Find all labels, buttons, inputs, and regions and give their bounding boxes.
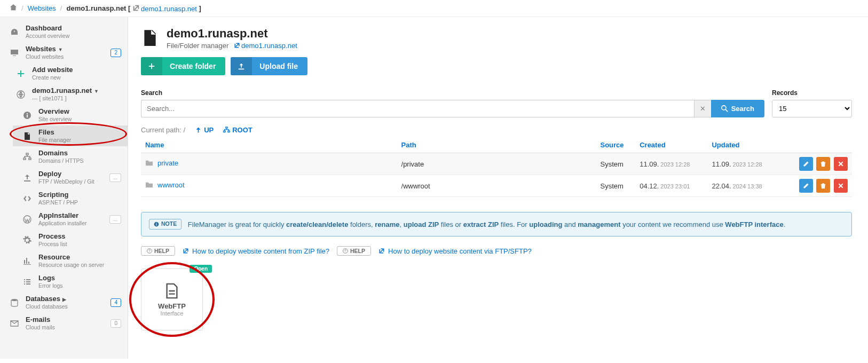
upload-icon (231, 57, 252, 75)
sidebar-item-label: Process (38, 233, 121, 241)
breadcrumb-host-prefix: demo1.runasp.net [ (66, 4, 130, 12)
help-icon (343, 248, 348, 254)
edit-button[interactable] (799, 179, 813, 193)
dashboard-icon (9, 27, 20, 36)
col-created[interactable]: Created (635, 137, 707, 153)
breadcrumb-host-suffix: ] (199, 4, 201, 12)
sidebar-item-logs[interactable]: LogsError logs (13, 271, 128, 292)
code-icon (21, 194, 33, 203)
col-path[interactable]: Path (397, 137, 596, 153)
x-icon (838, 161, 844, 167)
breadcrumb-home[interactable] (10, 4, 17, 13)
records-label: Records (772, 89, 852, 97)
help-link-ftp[interactable]: How to deploy website content via FTP/SF… (378, 247, 532, 255)
remove-button[interactable] (834, 179, 848, 193)
info-icon (154, 222, 159, 227)
caret-right-icon: ▶ (62, 297, 66, 302)
sidebar-item-label: demo1.runasp.net (32, 86, 92, 94)
sidebar-item-label: Databases (26, 295, 60, 303)
delete-button[interactable] (816, 179, 830, 193)
sidebar-item-label: E-mails (26, 316, 111, 324)
sitemap-icon (21, 152, 33, 161)
records-select[interactable]: 15 (772, 100, 852, 117)
chart-icon (21, 256, 33, 265)
sidebar-item-appinstaller[interactable]: AppInstallerApplication installer ... (13, 209, 128, 230)
edit-button[interactable] (799, 157, 813, 171)
upload-file-button[interactable]: Upload file (231, 57, 307, 75)
sidebar-item-add-website[interactable]: Add websiteCreate new (6, 63, 128, 84)
screen-icon (9, 48, 20, 57)
cell-created: 04.12.2023 23:01 (635, 175, 707, 197)
page-site-link[interactable]: demo1.runasp.net (234, 42, 297, 50)
external-link-icon (234, 42, 240, 49)
folder-link[interactable]: private (145, 159, 178, 167)
note-tag: NOTE (149, 219, 182, 230)
sidebar-badge: ... (109, 215, 121, 224)
caret-down-icon: ▼ (94, 89, 99, 94)
wordpress-icon (21, 215, 33, 224)
help-tag: HELP (337, 246, 371, 256)
table-row: wwwroot /wwwroot System 04.12.2023 23:01… (141, 175, 852, 197)
sidebar-item-resource[interactable]: ResourceResource usage on server (13, 250, 128, 271)
sidebar-item-label: Deploy (38, 170, 109, 178)
sidebar-item-databases[interactable]: Databases▶Cloud databases 4 (0, 292, 128, 313)
sidebar-item-files[interactable]: FilesFile manager (13, 125, 128, 146)
help-tag: HELP (141, 246, 175, 256)
col-name[interactable]: Name (141, 137, 397, 153)
breadcrumb-websites[interactable]: Websites (28, 4, 56, 12)
delete-button[interactable] (816, 157, 830, 171)
sidebar-item-label: Dashboard (26, 25, 121, 33)
sidebar-item-dashboard[interactable]: DashboardAccount overview (0, 21, 128, 42)
sidebar-item-deploy[interactable]: DeployFTP / WebDeploy / Git ... (13, 167, 128, 188)
sidebar-item-domains[interactable]: DomainsDomains / HTTPS (13, 146, 128, 167)
search-input[interactable] (141, 100, 694, 117)
plus-icon (15, 69, 27, 78)
breadcrumb-sep: / (21, 4, 23, 12)
caret-down-icon: ▼ (58, 47, 63, 52)
sidebar: DashboardAccount overview Websites▼Cloud… (0, 17, 128, 359)
page-title: demo1.runasp.net (167, 27, 297, 41)
path-up-link[interactable]: UP (195, 126, 214, 134)
col-actions (780, 137, 852, 153)
main-content: demo1.runasp.net File/Folder manager dem… (128, 17, 868, 359)
sidebar-badge: 0 (111, 319, 121, 328)
sidebar-badge: ... (109, 173, 121, 182)
search-button[interactable]: Search (711, 100, 764, 117)
col-updated[interactable]: Updated (707, 137, 779, 153)
breadcrumb-sep: / (60, 4, 62, 12)
current-path-label: Current path: (141, 126, 182, 134)
sidebar-item-label: Files (38, 129, 121, 137)
sidebar-item-site[interactable]: demo1.runasp.net▼--- [ site1071 ] (6, 84, 128, 105)
sidebar-item-websites[interactable]: Websites▼Cloud websites 2 (0, 42, 128, 63)
breadcrumb-host-link[interactable]: demo1.runasp.net (130, 4, 199, 13)
arrow-up-icon (195, 127, 202, 133)
upload-icon (21, 173, 33, 182)
path-root-link[interactable]: ROOT (223, 126, 252, 134)
pencil-icon (803, 183, 809, 189)
list-icon (21, 277, 33, 286)
sidebar-item-label: Add website (32, 66, 121, 74)
database-icon (9, 298, 20, 307)
current-path-value: / (184, 126, 186, 134)
sidebar-item-scripting[interactable]: ScriptingASP.NET / PHP (13, 188, 128, 209)
plus-icon (141, 57, 162, 75)
gear-icon (21, 235, 33, 244)
search-clear-button[interactable]: ✕ (694, 100, 711, 117)
cell-path: /wwwroot (397, 175, 596, 197)
create-folder-button[interactable]: Create folder (141, 57, 225, 75)
webftp-card[interactable]: Open WebFTP Interface (141, 269, 203, 330)
search-icon (721, 105, 728, 112)
external-link-icon (132, 4, 140, 12)
mail-icon (9, 319, 20, 328)
help-icon (147, 248, 152, 254)
trash-icon (820, 183, 826, 189)
sidebar-item-overview[interactable]: OverviewSite overview (13, 105, 128, 125)
file-icon (21, 131, 33, 140)
remove-button[interactable] (834, 157, 848, 171)
sidebar-item-process[interactable]: ProcessProcess list (13, 230, 128, 250)
globe-icon (15, 90, 27, 99)
col-source[interactable]: Source (596, 137, 635, 153)
sidebar-item-emails[interactable]: E-mailsCloud mails 0 (0, 313, 128, 334)
folder-link[interactable]: wwwroot (145, 181, 185, 189)
help-link-zip[interactable]: How to deploy website content from ZIP f… (183, 247, 329, 255)
